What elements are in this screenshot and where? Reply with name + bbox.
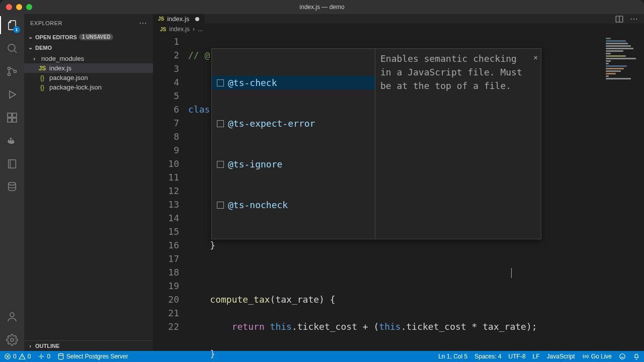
code-editor[interactable]: 12345678910111213141516171819202122 // @… (153, 35, 644, 362)
code-text: // (188, 50, 205, 60)
sidebar-more-icon[interactable]: ⋯ (139, 18, 147, 28)
open-editors-label: OPEN EDITORS (35, 34, 77, 40)
svg-rect-13 (9, 160, 16, 168)
suggest-list[interactable]: @ts-check @ts-expect-error @ts-ignore (211, 48, 375, 239)
status-zero: 0 (47, 353, 50, 360)
open-editors-section[interactable]: ⌄ OPEN EDITORS 1 UNSAVED (24, 32, 153, 42)
chevron-down-icon: ⌄ (27, 34, 33, 40)
snippet-icon (217, 161, 224, 168)
svg-rect-5 (8, 113, 12, 117)
code-text: } (188, 240, 215, 250)
svg-point-16 (11, 338, 14, 341)
suggest-item-ts-nocheck[interactable]: @ts-nocheck (212, 198, 375, 212)
status-postgres[interactable]: Select Postgres Server (57, 353, 128, 360)
suggest-doc: Enables semantic checking in a JavaScrip… (375, 48, 541, 239)
suggest-item-ts-ignore[interactable]: @ts-ignore (212, 157, 375, 171)
svg-point-20 (58, 353, 63, 355)
debug-icon[interactable] (5, 87, 19, 102)
gutter: 12345678910111213141516171819202122 (153, 35, 188, 362)
minimap[interactable] (599, 35, 644, 362)
minimize-window-button[interactable] (16, 4, 22, 10)
book-icon[interactable] (5, 157, 19, 171)
svg-rect-10 (10, 140, 12, 141)
close-icon[interactable]: ✕ (534, 51, 538, 64)
editor-tabs: JS index.js ⋯ (153, 14, 644, 24)
folder-name: DEMO (35, 45, 52, 51)
chevron-down-icon: ⌄ (27, 44, 33, 51)
text-cursor (511, 268, 512, 278)
status-warnings: 0 (28, 353, 31, 360)
tree-item-label: package-lock.json (49, 83, 102, 91)
chevron-right-icon: › (33, 55, 38, 62)
status-postgres-label: Select Postgres Server (66, 353, 128, 360)
scm-icon[interactable] (5, 64, 19, 78)
suggest-item-ts-expect-error[interactable]: @ts-expect-error (212, 117, 375, 130)
explorer-badge: 1 (13, 26, 20, 33)
activity-bar: 1 (0, 14, 24, 351)
window-title: index.js — demo (299, 4, 344, 11)
gear-icon[interactable] (5, 333, 19, 347)
svg-rect-6 (13, 113, 17, 117)
code-content[interactable]: // @ clas this.date = date; this.ticket_… (188, 35, 644, 362)
tree-file-package-lock-json[interactable]: {} package-lock.json (24, 82, 153, 92)
editor-group: JS index.js ⋯ JS index.js › ... 12345678… (153, 14, 644, 351)
close-window-button[interactable] (6, 4, 12, 10)
breadcrumb-rest: ... (198, 26, 203, 33)
svg-point-1 (8, 67, 11, 70)
breadcrumb[interactable]: JS index.js › ... (153, 24, 644, 35)
explorer-icon[interactable]: 1 (5, 18, 19, 32)
folder-section[interactable]: ⌄ DEMO (24, 42, 153, 53)
tree-file-package-json[interactable]: {} package.json (24, 73, 153, 82)
search-icon[interactable] (5, 41, 19, 55)
extensions-icon[interactable] (5, 111, 19, 125)
svg-rect-9 (8, 140, 10, 141)
file-tree: › node_modules JS index.js {} package.js… (24, 53, 153, 93)
editor-more-icon[interactable]: ⋯ (630, 14, 638, 24)
dirty-indicator-icon (195, 17, 199, 21)
code-text: @ (205, 50, 210, 60)
suggest-doc-text: Enables semantic checking in a JavaScrip… (380, 53, 522, 91)
code-text: (tax_rate) { (270, 294, 336, 305)
outline-section[interactable]: › OUTLINE (24, 340, 153, 351)
window-controls (0, 4, 32, 10)
status-errors: 0 (13, 353, 17, 360)
code-text: return (188, 321, 270, 332)
svg-point-2 (8, 73, 11, 76)
status-problems[interactable]: 0 0 (4, 353, 31, 360)
suggest-label: @ts-nocheck (228, 198, 288, 212)
suggest-label: @ts-expect-error (228, 117, 315, 130)
code-text: .ticket_cost + ( (292, 321, 379, 332)
split-editor-icon[interactable] (615, 15, 624, 24)
tree-item-label: package.json (49, 74, 88, 81)
svg-point-15 (10, 313, 14, 317)
status-ports[interactable]: 0 (38, 353, 50, 360)
svg-point-0 (8, 44, 15, 51)
suggest-label: @ts-ignore (228, 157, 282, 171)
js-file-icon: JS (158, 16, 164, 22)
titlebar: index.js — demo (0, 0, 644, 14)
code-text: .ticket_cost * tax_rate); (401, 321, 537, 332)
tree-file-index-js[interactable]: JS index.js (24, 63, 153, 73)
svg-rect-12 (10, 138, 12, 139)
snippet-icon (217, 79, 224, 86)
account-icon[interactable] (5, 310, 19, 324)
chevron-right-icon: › (27, 343, 33, 349)
tab-index-js[interactable]: JS index.js (153, 14, 205, 24)
code-text: clas (188, 104, 210, 115)
suggest-item-ts-check[interactable]: @ts-check (212, 76, 375, 89)
js-file-icon: JS (38, 65, 46, 72)
code-text: } (188, 348, 215, 359)
maximize-window-button[interactable] (26, 4, 32, 10)
json-file-icon: {} (38, 74, 46, 81)
outline-label: OUTLINE (35, 343, 59, 349)
svg-point-3 (14, 70, 17, 73)
docker-icon[interactable] (5, 134, 19, 148)
tree-folder-node-modules[interactable]: › node_modules (24, 54, 153, 63)
breadcrumb-sep: › (193, 26, 195, 33)
sidebar-header: EXPLORER ⋯ (24, 14, 153, 32)
svg-marker-4 (10, 91, 16, 98)
database-icon[interactable] (5, 180, 19, 194)
tree-item-label: node_modules (41, 55, 84, 62)
sidebar-title: EXPLORER (30, 20, 62, 26)
svg-point-19 (41, 355, 43, 357)
